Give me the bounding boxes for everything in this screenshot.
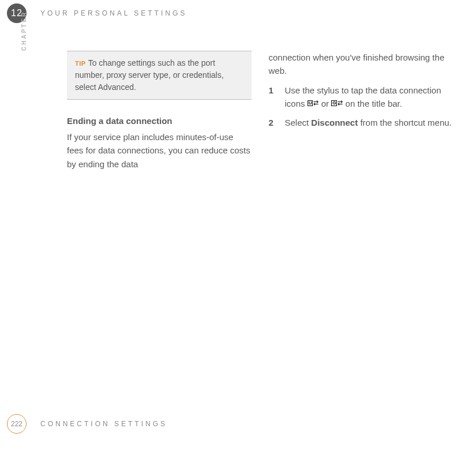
- step-2-post: from the shortcut menu.: [358, 118, 452, 127]
- data-connection-g-icon: G⇄: [331, 100, 343, 106]
- chapter-label: CHAPTER: [21, 11, 27, 51]
- left-column: TIPTo change settings such as the port n…: [67, 51, 252, 171]
- page-number-badge: 222: [7, 414, 27, 434]
- step-1-or: or: [318, 99, 331, 108]
- content-area: TIPTo change settings such as the port n…: [67, 51, 453, 171]
- tip-box: TIPTo change settings such as the port n…: [67, 51, 252, 100]
- step-2-bold: Disconnect: [311, 118, 358, 127]
- section-body: If your service plan includes minutes-of…: [67, 130, 252, 171]
- footer-section-title: CONNECTION SETTINGS: [40, 420, 167, 428]
- step-1: Use the stylus to tap the data connectio…: [269, 84, 453, 111]
- tip-text: To change settings such as the port numb…: [75, 58, 224, 92]
- data-connection-u-icon: U⇄: [308, 100, 319, 106]
- right-column: connection when you've finished browsing…: [269, 51, 453, 171]
- section-heading: Ending a data connection: [67, 116, 252, 126]
- steps-list: Use the stylus to tap the data connectio…: [269, 84, 453, 130]
- step-1-post: on the title bar.: [343, 99, 402, 108]
- tip-label: TIP: [75, 60, 86, 67]
- footer: 222 CONNECTION SETTINGS: [7, 414, 167, 434]
- step-2: Select Disconnect from the shortcut menu…: [269, 116, 453, 129]
- step-2-pre: Select: [285, 118, 312, 127]
- page-number: 222: [11, 420, 23, 428]
- continuation-text: connection when you've finished browsing…: [269, 51, 453, 78]
- page-header-title: YOUR PERSONAL SETTINGS: [40, 9, 187, 17]
